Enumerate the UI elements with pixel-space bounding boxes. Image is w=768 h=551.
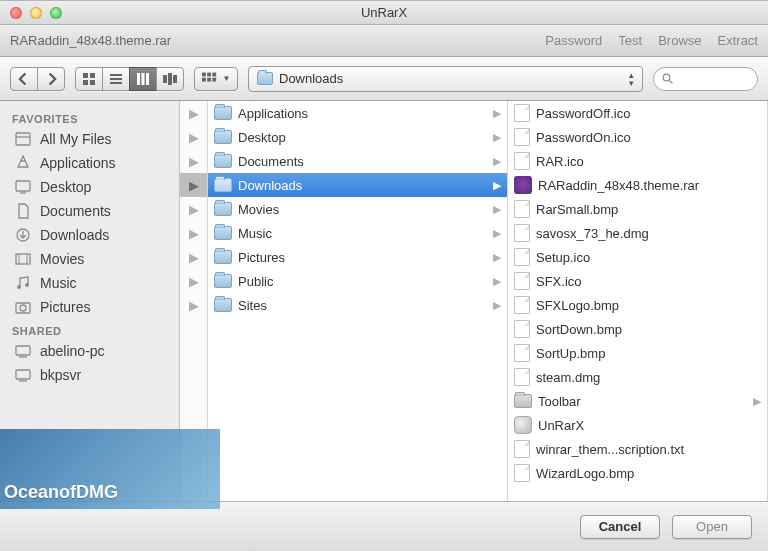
svg-rect-5 [110,78,122,80]
test-button[interactable]: Test [618,33,642,48]
folder-row[interactable]: Pictures▶ [208,245,507,269]
open-button[interactable]: Open [672,515,752,539]
file-row[interactable]: WizardLogo.bmp [508,461,767,485]
sidebar-item-pictures[interactable]: Pictures [0,295,179,319]
traffic-lights [10,7,62,19]
forward-button[interactable] [37,67,65,91]
sidebar-item-desktop[interactable]: Desktop [0,175,179,199]
zoom-icon[interactable] [50,7,62,19]
column-files[interactable]: PasswordOff.icoPasswordOn.icoRAR.icoRARa… [508,101,768,501]
file-row[interactable]: UnRarX [508,413,767,437]
file-row[interactable]: SortDown.bmp [508,317,767,341]
location-label: Downloads [279,71,623,86]
chevron-right-icon: ▶ [493,227,501,240]
parent-chevron[interactable]: ▶ [180,173,207,197]
icon-view-button[interactable] [75,67,103,91]
desktop-icon [14,179,32,195]
parent-chevron[interactable]: ▶ [180,245,207,269]
sidebar-item-shared-1[interactable]: abelino-pc [0,339,179,363]
search-input[interactable] [678,72,748,86]
parent-chevron[interactable]: ▶ [180,197,207,221]
file-row[interactable]: winrar_them...scription.txt [508,437,767,461]
folder-label: Downloads [238,178,302,193]
parent-chevron[interactable]: ▶ [180,293,207,317]
rar-icon [514,176,532,194]
file-icon [514,440,530,458]
folder-row[interactable]: Documents▶ [208,149,507,173]
sidebar-item-downloads[interactable]: Downloads [0,223,179,247]
downloads-icon [14,227,32,243]
parent-chevron[interactable]: ▶ [180,101,207,125]
file-label: RAR.ico [536,154,584,169]
back-button[interactable] [10,67,38,91]
sidebar-item-shared-2[interactable]: bkpsvr [0,363,179,387]
svg-rect-16 [202,77,206,81]
svg-rect-2 [83,80,88,85]
svg-rect-4 [110,74,122,76]
parent-chevron[interactable]: ▶ [180,221,207,245]
computer-icon [14,343,32,359]
sidebar-item-label: Movies [40,251,84,267]
file-icon [514,200,530,218]
file-row[interactable]: RarSmall.bmp [508,197,767,221]
sidebar-item-all-my-files[interactable]: All My Files [0,127,179,151]
cancel-button[interactable]: Cancel [580,515,660,539]
file-row[interactable]: SFXLogo.bmp [508,293,767,317]
file-row[interactable]: RARaddin_48x48.theme.rar [508,173,767,197]
column-view-button[interactable] [129,67,157,91]
column-folders[interactable]: Applications▶Desktop▶Documents▶Downloads… [208,101,508,501]
svg-rect-18 [212,77,216,81]
file-label: UnRarX [538,418,584,433]
svg-point-19 [663,74,670,81]
sidebar-item-music[interactable]: Music [0,271,179,295]
extract-button[interactable]: Extract [718,33,758,48]
sidebar-item-movies[interactable]: Movies [0,247,179,271]
parent-chevron[interactable]: ▶ [180,149,207,173]
parent-chevron[interactable]: ▶ [180,125,207,149]
svg-rect-14 [207,72,211,76]
file-row[interactable]: Toolbar▶ [508,389,767,413]
sidebar-item-documents[interactable]: Documents [0,199,179,223]
folder-row[interactable]: Public▶ [208,269,507,293]
arrange-button[interactable]: ▼ [194,67,238,91]
file-row[interactable]: SortUp.bmp [508,341,767,365]
password-button[interactable]: Password [545,33,602,48]
file-icon [514,272,530,290]
file-row[interactable]: steam.dmg [508,365,767,389]
location-popup[interactable]: Downloads ▴▾ [248,66,643,92]
file-row[interactable]: PasswordOn.ico [508,125,767,149]
sidebar-item-label: Desktop [40,179,91,195]
list-view-button[interactable] [102,67,130,91]
file-row[interactable]: savosx_73_he.dmg [508,221,767,245]
close-icon[interactable] [10,7,22,19]
computer-icon [14,367,32,383]
music-icon [14,275,32,291]
file-label: steam.dmg [536,370,600,385]
column-parent[interactable]: ▶▶▶▶▶▶▶▶▶ [180,101,208,501]
browse-button[interactable]: Browse [658,33,701,48]
coverflow-view-button[interactable] [156,67,184,91]
sidebar-item-label: bkpsvr [40,367,81,383]
file-row[interactable]: PasswordOff.ico [508,101,767,125]
svg-rect-23 [16,181,30,191]
svg-rect-7 [137,73,140,85]
sidebar-item-label: Documents [40,203,111,219]
shared-header: SHARED [0,319,179,339]
chevron-right-icon: ▶ [493,275,501,288]
parent-chevron[interactable]: ▶ [180,269,207,293]
folder-row[interactable]: Downloads▶ [208,173,507,197]
file-row[interactable]: SFX.ico [508,269,767,293]
folder-row[interactable]: Music▶ [208,221,507,245]
file-label: SortDown.bmp [536,322,622,337]
folder-row[interactable]: Desktop▶ [208,125,507,149]
file-icon [514,368,530,386]
folder-row[interactable]: Movies▶ [208,197,507,221]
file-row[interactable]: Setup.ico [508,245,767,269]
file-row[interactable]: RAR.ico [508,149,767,173]
folder-row[interactable]: Sites▶ [208,293,507,317]
folder-row[interactable]: Applications▶ [208,101,507,125]
search-field[interactable] [653,67,758,91]
sidebar-item-label: abelino-pc [40,343,105,359]
sidebar-item-applications[interactable]: Applications [0,151,179,175]
minimize-icon[interactable] [30,7,42,19]
